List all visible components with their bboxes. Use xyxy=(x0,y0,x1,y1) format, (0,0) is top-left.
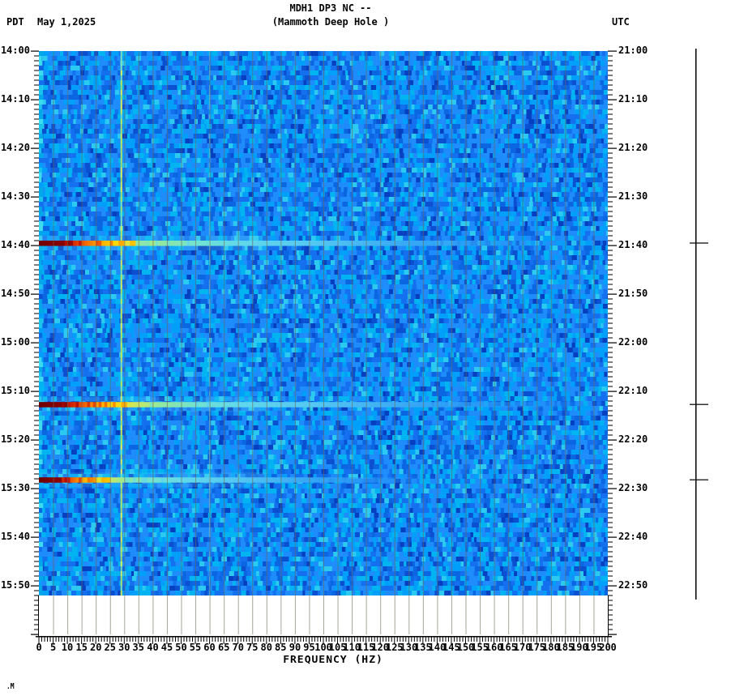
right-time-label: 22:50 xyxy=(618,579,648,591)
freq-tick-label: 55 xyxy=(190,642,201,653)
right-time-label: 21:30 xyxy=(618,190,648,202)
freq-tick-label: 50 xyxy=(175,642,186,653)
left-time-label: 15:10 xyxy=(0,385,30,396)
left-time-label: 14:00 xyxy=(0,45,30,56)
left-time-label: 14:10 xyxy=(0,93,30,105)
freq-tick-label: 75 xyxy=(246,642,258,653)
page-subtitle: (Mammoth Deep Hole ) xyxy=(272,16,390,28)
freq-tick-label: 85 xyxy=(275,642,286,653)
freq-tick-label: 70 xyxy=(232,642,243,653)
freq-tick-label: 200 xyxy=(599,642,617,653)
frequency-axis-title: FREQUENCY (HZ) xyxy=(283,653,383,665)
right-time-label: 21:20 xyxy=(618,142,648,153)
watermark-mark: .M xyxy=(6,683,15,690)
left-time-label: 14:20 xyxy=(0,142,30,153)
right-time-label: 21:10 xyxy=(618,93,648,105)
left-time-label: 15:40 xyxy=(0,531,30,542)
right-time-label: 21:00 xyxy=(618,45,648,56)
freq-tick-label: 95 xyxy=(303,642,314,653)
freq-tick-label: 60 xyxy=(203,642,215,653)
left-time-label: 15:50 xyxy=(0,579,30,591)
spectrogram-page: PDT May 1,2025 MDH1 DP3 NC -- (Mammoth D… xyxy=(0,0,731,700)
freq-tick-label: 20 xyxy=(90,642,101,653)
right-time-label: 22:00 xyxy=(618,336,648,348)
right-time-label: 21:40 xyxy=(618,239,648,250)
freq-tick-label: 65 xyxy=(218,642,229,653)
spectrogram-canvas xyxy=(0,0,731,700)
right-time-label: 22:20 xyxy=(618,433,648,445)
right-time-label: 22:30 xyxy=(618,482,648,493)
left-time-label: 14:30 xyxy=(0,190,30,202)
timezone-left-label: PDT xyxy=(6,16,24,28)
freq-tick-label: 35 xyxy=(133,642,144,653)
right-time-label: 22:40 xyxy=(618,531,648,542)
freq-tick-label: 5 xyxy=(50,642,56,653)
freq-tick-label: 15 xyxy=(75,642,87,653)
freq-tick-label: 10 xyxy=(62,642,73,653)
left-time-label: 14:50 xyxy=(0,288,30,299)
left-time-label: 15:20 xyxy=(0,433,30,445)
freq-tick-label: 80 xyxy=(261,642,272,653)
left-time-label: 14:40 xyxy=(0,239,30,250)
freq-tick-label: 30 xyxy=(118,642,130,653)
right-time-label: 21:50 xyxy=(618,288,648,299)
freq-tick-label: 40 xyxy=(147,642,158,653)
freq-tick-label: 45 xyxy=(161,642,173,653)
right-time-label: 22:10 xyxy=(618,385,648,396)
freq-tick-label: 90 xyxy=(289,642,301,653)
date-label: May 1,2025 xyxy=(37,16,96,28)
freq-tick-label: 25 xyxy=(105,642,116,653)
left-time-label: 15:30 xyxy=(0,482,30,493)
freq-tick-label: 0 xyxy=(36,642,41,653)
timezone-right-label: UTC xyxy=(612,16,630,28)
left-time-label: 15:00 xyxy=(0,336,30,348)
page-title: MDH1 DP3 NC -- xyxy=(289,2,371,14)
